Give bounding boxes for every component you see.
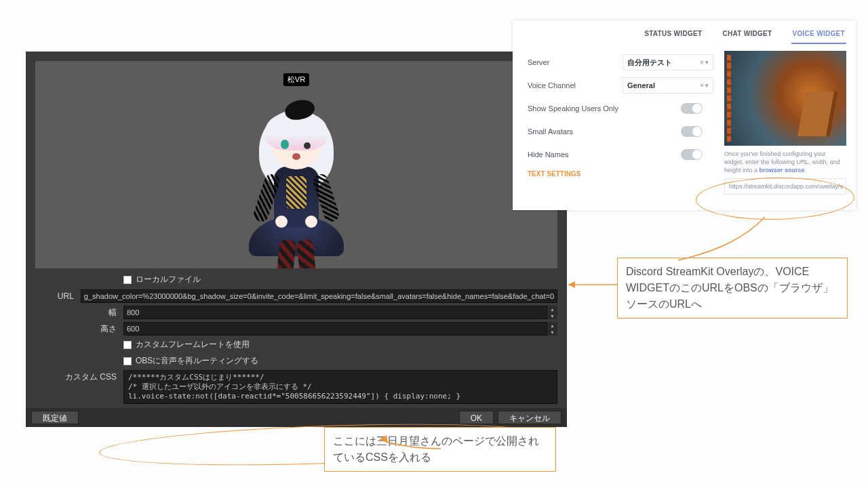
checkbox-icon	[123, 341, 132, 349]
width-stepper[interactable]: ▲▼	[547, 306, 557, 319]
cancel-button[interactable]: キャンセル	[498, 411, 561, 424]
height-row-label: 高さ	[35, 323, 123, 335]
chevron-down-icon: × ▾	[700, 82, 709, 89]
voice-channel-label: Voice Channel	[528, 81, 623, 89]
hide-names-label: Hide Names	[528, 150, 623, 159]
width-row-label: 幅	[35, 307, 123, 319]
obs-dialog-button-bar: 既定値 OK キャンセル	[26, 408, 567, 427]
height-input[interactable]: 600	[123, 322, 557, 336]
tab-voice-widget[interactable]: VOICE WIDGET	[791, 27, 847, 44]
checkbox-icon	[123, 276, 132, 284]
ok-button[interactable]: OK	[459, 411, 494, 424]
callout-url: Discord StreamKit Overlayの、VOICE WIDGETの…	[617, 258, 848, 319]
streamkit-preview-image	[724, 51, 846, 146]
custom-css-row-label: カスタム CSS	[35, 370, 123, 383]
obs-preview-area: 松VR	[35, 61, 557, 268]
custom-fps-checkbox[interactable]: カスタムフレームレートを使用	[123, 339, 250, 350]
show-speaking-toggle[interactable]	[681, 103, 703, 114]
reroute-audio-checkbox[interactable]: OBSに音声を再ルーティングする	[123, 355, 258, 367]
local-file-label: ローカルファイル	[136, 274, 201, 285]
show-speaking-label: Show Speaking Users Only	[528, 104, 623, 113]
tab-chat-widget[interactable]: CHAT WIDGET	[721, 27, 773, 44]
voice-channel-select[interactable]: General × ▾	[623, 77, 713, 94]
small-avatars-toggle[interactable]	[681, 126, 703, 137]
tab-status-widget[interactable]: STATUS WIDGET	[643, 27, 703, 44]
text-settings-heading[interactable]: TEXT SETTINGS	[528, 170, 715, 178]
chevron-down-icon: × ▾	[700, 59, 709, 66]
custom-css-textarea[interactable]: /******カスタムCSSはじまり******/ /* 選択したユーザ以外のア…	[123, 370, 557, 404]
streamkit-tabs: STATUS WIDGET CHAT WIDGET VOICE WIDGET	[528, 27, 846, 44]
obs-browser-source-dialog: 松VR ローカルファイル URL	[26, 52, 567, 427]
url-input[interactable]: g_shadow_color=%23000000&bg_shadow_size=…	[81, 289, 557, 303]
server-select[interactable]: 自分用テスト × ▾	[623, 54, 713, 70]
streamkit-note: Once you've finished configuring your wi…	[724, 150, 846, 174]
streamkit-result-url[interactable]: https://streamkit.discordapp.com/overlay…	[724, 178, 846, 195]
width-input[interactable]: 800	[123, 306, 557, 319]
defaults-button[interactable]: 既定値	[31, 411, 79, 424]
reroute-audio-label: OBSに音声を再ルーティングする	[136, 355, 258, 367]
height-stepper[interactable]: ▲▼	[547, 322, 557, 336]
callout-css: ここには三日月望さんのページで公開されているCSSを入れる	[324, 427, 556, 472]
small-avatars-label: Small Avatars	[528, 127, 623, 136]
voice-channel-select-value: General	[627, 81, 655, 89]
local-file-checkbox[interactable]: ローカルファイル	[123, 274, 201, 285]
checkbox-icon	[123, 357, 132, 365]
custom-fps-label: カスタムフレームレートを使用	[136, 339, 250, 350]
url-row-label: URL	[35, 291, 81, 301]
server-select-value: 自分用テスト	[627, 58, 672, 68]
preview-avatar	[239, 80, 354, 268]
hide-names-toggle[interactable]	[681, 149, 703, 160]
obs-form: ローカルファイル URL g_shadow_color=%23000000&bg…	[35, 272, 557, 405]
streamkit-panel: STATUS WIDGET CHAT WIDGET VOICE WIDGET S…	[513, 20, 856, 210]
svg-marker-0	[568, 281, 575, 288]
server-label: Server	[528, 58, 623, 66]
